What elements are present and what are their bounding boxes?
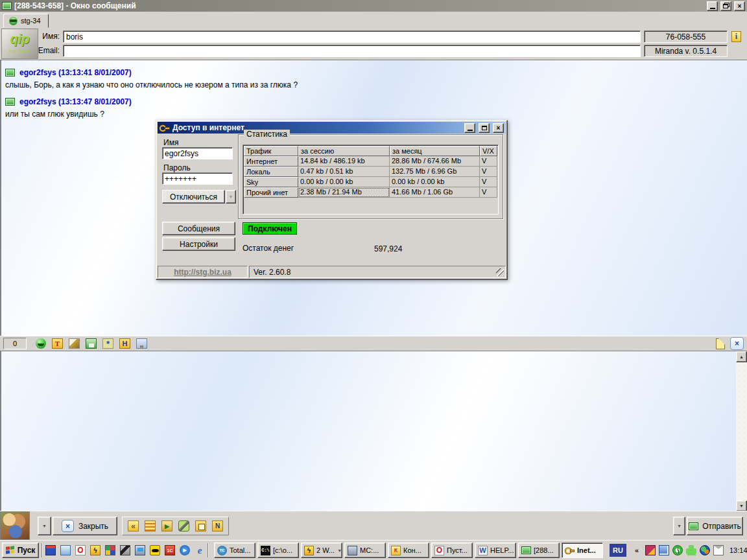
- quote-icon[interactable]: „: [136, 338, 147, 349]
- desktop: [288-543-658] - Окно сообщений × stg-34 …: [0, 0, 747, 560]
- settings-wrench-icon[interactable]: [178, 520, 189, 531]
- close-button[interactable]: ×: [734, 1, 745, 11]
- task-my-computer[interactable]: MC:...: [344, 542, 386, 558]
- task-console-window[interactable]: ККон...: [388, 542, 429, 558]
- winamp-icon[interactable]: ϟ: [90, 545, 101, 555]
- minimize-button[interactable]: [707, 1, 718, 11]
- telescope-icon[interactable]: [120, 545, 130, 555]
- 1c-icon[interactable]: 1С: [165, 545, 175, 555]
- language-indicator[interactable]: RU: [610, 544, 626, 557]
- mail-calendar-icon[interactable]: [713, 545, 724, 555]
- contact-name-input[interactable]: [63, 30, 641, 43]
- table-cell: 132.75 Mb / 6.96 Gb: [390, 167, 480, 177]
- statusbar-link-pane: http://stg.biz.ua: [158, 266, 248, 278]
- asterisk-icon[interactable]: *: [102, 338, 113, 349]
- password-input[interactable]: [162, 172, 233, 185]
- bottom-bar: ▼ × Закрыть « ▶ N ▼ Отправить: [0, 511, 747, 540]
- winamp-icon: ϟ: [304, 546, 314, 555]
- row-header: Прочий инет: [244, 187, 298, 198]
- table-cell: 0.47 kb / 0.51 kb: [298, 167, 390, 177]
- messages-button[interactable]: Сообщения: [162, 222, 235, 235]
- history-icon[interactable]: H: [119, 338, 130, 349]
- tab-bar: stg-34: [0, 12, 747, 28]
- stg-client-icon[interactable]: [645, 545, 656, 555]
- send-button-label: Отправить: [702, 522, 741, 531]
- scroll-up-button[interactable]: ▲: [736, 351, 747, 362]
- restore-button[interactable]: [720, 1, 731, 11]
- message-icon: [521, 546, 531, 554]
- task-opera[interactable]: OПуст...: [431, 542, 473, 558]
- tab-stg-34[interactable]: stg-34: [3, 14, 49, 28]
- spellcheck-icon[interactable]: ▶: [161, 520, 172, 531]
- disconnect-dropdown-button[interactable]: ▼: [226, 190, 236, 204]
- maximize-icon: [482, 126, 487, 130]
- message-input-area[interactable]: ▲ ▼: [0, 351, 747, 511]
- floppy-icon[interactable]: [45, 545, 56, 555]
- close-x-icon[interactable]: ×: [730, 337, 744, 350]
- quote-icon[interactable]: «: [128, 520, 139, 531]
- task-winamp-group[interactable]: ϟ2 W...▼: [301, 542, 342, 558]
- close-chat-button[interactable]: × Закрыть: [53, 517, 117, 535]
- network-computer-icon[interactable]: [135, 545, 145, 555]
- send-button[interactable]: Отправить: [687, 517, 743, 535]
- batman-icon[interactable]: [150, 545, 160, 555]
- icq-flower-icon[interactable]: [686, 545, 696, 555]
- resize-grip[interactable]: [496, 268, 504, 276]
- contact-email-input[interactable]: [63, 45, 641, 57]
- statistics-groupbox: Статистика Трафик за сессию за месяц V/X…: [238, 134, 503, 219]
- dialog-minimize-button[interactable]: [464, 123, 475, 133]
- ie-icon[interactable]: e: [195, 545, 205, 555]
- notes-icon[interactable]: N: [212, 520, 223, 531]
- window-icon[interactable]: [195, 520, 206, 531]
- taskbar-separator: [208, 543, 209, 557]
- task-total-commander[interactable]: TCTotal...: [214, 542, 255, 558]
- task-message-window[interactable]: [288...: [518, 542, 560, 558]
- key-icon: [565, 546, 575, 555]
- globe-icon[interactable]: [700, 545, 710, 555]
- send-dropdown-button[interactable]: ▼: [673, 517, 685, 535]
- taskbar: Пуск O ϟ 1С ▶ e TCTotal... C:\[c:\o... ϟ…: [0, 540, 747, 560]
- table-cell: 41.66 Mb / 1.06 Gb: [390, 187, 480, 198]
- table-cell-focused[interactable]: 2.38 Mb / 21.94 Mb: [298, 187, 390, 198]
- network-icon[interactable]: [659, 545, 669, 555]
- info-icon[interactable]: i: [731, 31, 741, 42]
- format-text-icon[interactable]: [145, 520, 156, 531]
- disconnect-button[interactable]: Отключиться: [162, 190, 225, 204]
- task-word[interactable]: WHELP...: [475, 542, 516, 558]
- dialog-close-button[interactable]: ×: [493, 123, 504, 133]
- col-header-vx[interactable]: V/X: [480, 146, 497, 156]
- opera-icon[interactable]: O: [75, 545, 86, 555]
- login-input[interactable]: [162, 147, 233, 159]
- messages-button-label: Сообщения: [178, 224, 220, 233]
- dialog-maximize-button[interactable]: [479, 123, 490, 133]
- avatar[interactable]: [0, 511, 30, 540]
- message-header: egor2fsys (13:13:47 8/01/2007): [5, 97, 743, 106]
- new-page-icon[interactable]: [716, 338, 725, 349]
- col-header-session[interactable]: за сессию: [298, 146, 390, 156]
- col-header-traffic[interactable]: Трафик: [244, 146, 298, 156]
- clock-icon[interactable]: [672, 545, 683, 555]
- client-version-field: Miranda v. 0.5.1.4: [644, 45, 728, 57]
- task-label: Пуст...: [447, 546, 468, 554]
- scroll-down-button[interactable]: ▼: [736, 500, 747, 511]
- font-icon[interactable]: T: [52, 338, 63, 349]
- media-player-icon[interactable]: ▶: [180, 545, 190, 555]
- minimize-icon: [468, 130, 473, 131]
- close-dropdown-button[interactable]: ▼: [38, 517, 51, 535]
- key-icon: [160, 123, 169, 132]
- row-header: Интернет: [244, 156, 298, 167]
- website-link[interactable]: http://stg.biz.ua: [174, 268, 231, 277]
- start-button[interactable]: Пуск: [2, 542, 39, 558]
- task-console[interactable]: C:\[c:\o...: [257, 542, 299, 558]
- show-desktop-icon[interactable]: [60, 545, 71, 555]
- tray-collapse-button[interactable]: «: [632, 545, 642, 555]
- save-icon[interactable]: [86, 338, 97, 349]
- settings-button[interactable]: Настройки: [162, 237, 235, 251]
- bgcolor-icon[interactable]: [69, 338, 80, 349]
- smiley-icon[interactable]: [36, 338, 46, 349]
- task-inet-active[interactable]: Inet...: [562, 542, 603, 558]
- table-cell: V: [480, 177, 497, 187]
- col-header-month[interactable]: за месяц: [390, 146, 480, 156]
- scrollbar-track[interactable]: ▲ ▼: [736, 351, 747, 511]
- media-app-icon[interactable]: [105, 545, 115, 555]
